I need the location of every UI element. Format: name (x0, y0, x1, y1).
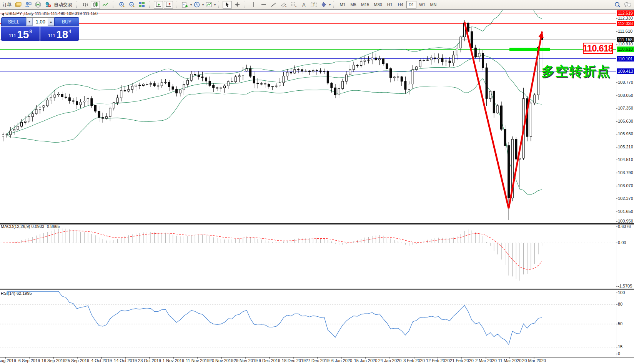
date-label: 12 Feb 2020 (426, 358, 450, 363)
annotations-layer (464, 22, 550, 208)
chart-shift-icon[interactable] (164, 1, 173, 9)
price-axis-badge: 112.038 (617, 21, 634, 26)
templates-dropdown-caret[interactable]: ▾ (214, 3, 216, 7)
equidistant-channel-tool-icon[interactable]: E (279, 1, 288, 9)
timeframe-d1[interactable]: D1 (406, 1, 416, 8)
templates-icon[interactable] (204, 1, 213, 9)
panel-collapse-arrow[interactable] (2, 13, 4, 16)
periods-dropdown-caret[interactable]: ▾ (202, 3, 204, 7)
price-axis-badge: 110.101 (617, 56, 634, 61)
zoom-in-icon[interactable] (117, 1, 126, 9)
macd-indicator-label: MACD(12,26,9) 0.0933 -0.8665 (1, 224, 60, 229)
sell-price-small: 111 (8, 33, 16, 38)
timeframe-m5[interactable]: M5 (348, 1, 358, 8)
auto-scroll-icon[interactable] (154, 1, 163, 9)
macd-axis-label: -1.5705 (618, 284, 632, 288)
buy-button[interactable]: BUY (54, 17, 79, 26)
buy-price[interactable]: 111 18 4 (40, 27, 79, 41)
price-axis-label: 100.950 (618, 219, 633, 223)
macd-pane (0, 228, 616, 280)
toolbar-separator (175, 2, 177, 8)
sell-button[interactable]: SELL (1, 17, 26, 26)
turning-point-annotation: 多空转折点 (541, 63, 611, 80)
signals-icon[interactable] (33, 1, 43, 9)
bollinger-bands (7, 0, 542, 194)
zoom-out-icon[interactable] (127, 1, 136, 9)
price-axis-label: 105.930 (618, 131, 633, 136)
date-label: 4 Oct 2019 (91, 358, 112, 363)
crosshair-tool-icon[interactable] (233, 1, 242, 9)
price-chart[interactable] (0, 0, 634, 364)
price-axis-label: 108.770 (618, 80, 633, 85)
timeframe-m1[interactable]: M1 (338, 1, 348, 8)
text-label-tool-icon[interactable]: T (309, 1, 318, 9)
chart-title: USDJPY-,Daily 111.315 111.490 109.319 11… (5, 11, 98, 16)
price-axis-label: 104.510 (618, 157, 633, 162)
cursor-tool-icon[interactable] (223, 1, 232, 9)
horizontal-line-tool-icon[interactable] (259, 1, 268, 9)
price-axis-label: 103.070 (618, 183, 633, 188)
date-label: 2 Mar 2020 (475, 358, 497, 363)
fibonacci-tool-icon[interactable]: F (289, 1, 298, 9)
price-axis-label: 105.210 (618, 145, 633, 149)
auto-trading-button[interactable]: 自动交易 (54, 2, 72, 8)
price-axis-label: 103.790 (618, 170, 633, 175)
svg-text:A: A (302, 2, 306, 8)
chat-icon[interactable] (623, 1, 632, 9)
svg-text:E: E (285, 5, 287, 8)
timeframe-m30[interactable]: M30 (372, 1, 384, 8)
new-order-button[interactable]: 订单 (2, 2, 12, 8)
date-label: 18 Dec 2019 (282, 358, 306, 363)
sell-price-big: 15 (17, 30, 29, 40)
market-watch-icon[interactable] (13, 1, 23, 9)
tile-windows-icon[interactable] (137, 1, 146, 9)
arrows-dropdown-caret[interactable]: ▾ (329, 3, 331, 7)
auto-trading-icon[interactable] (43, 1, 53, 9)
date-label: 20 Nov 2019 (210, 358, 233, 363)
price-axis-badge: 111.158 (617, 37, 634, 42)
price-axis-badge: 112.619 (617, 10, 634, 16)
buy-price-sup: 4 (68, 28, 71, 34)
price-callout-110618[interactable]: 110.618 (583, 43, 613, 54)
periods-icon[interactable] (192, 1, 201, 9)
price-axis-badge: 109.413 (617, 68, 634, 74)
indicators-icon[interactable] (180, 1, 190, 9)
date-label: 27 Dec 2019 (306, 358, 329, 363)
timeframe-switcher: M1M5M15M30H1H4D1W1MN (336, 0, 440, 10)
toolbar-separator (218, 2, 220, 8)
volume-input[interactable]: 1.00 (33, 18, 48, 26)
accounts-icon[interactable] (23, 1, 33, 9)
price-axis-label: 108.050 (618, 93, 633, 98)
toolbar-separator (112, 2, 114, 8)
search-icon[interactable] (613, 1, 622, 9)
buy-price-small: 111 (48, 33, 55, 38)
sell-price-sup: 8 (29, 28, 32, 34)
timeframe-mn[interactable]: MN (428, 1, 438, 8)
trendline-tool-icon[interactable] (269, 1, 278, 9)
toolbar-separator (244, 2, 246, 8)
line-chart-mode-icon[interactable] (101, 1, 110, 9)
volume-decrease-button[interactable]: ▼ (26, 18, 33, 26)
rsi-axis-label: 50 (618, 321, 622, 326)
price-axis-label: 106.630 (618, 119, 633, 123)
date-label: 16 Sep 2019 (42, 358, 65, 363)
date-label: 6 Jan 2020 (331, 358, 352, 363)
candlestick-mode-icon[interactable] (91, 1, 100, 9)
timeframe-h4[interactable]: H4 (396, 1, 406, 8)
sell-price[interactable]: 111 15 8 (1, 27, 40, 41)
date-label: 3 Feb 2020 (403, 358, 425, 363)
text-tool-icon[interactable]: A (299, 1, 308, 9)
volume-increase-button[interactable]: ▲ (48, 18, 54, 26)
arrows-tool-icon[interactable] (319, 1, 328, 9)
vertical-line-tool-icon[interactable] (249, 1, 258, 9)
timeframe-m15[interactable]: M15 (359, 1, 371, 8)
date-label: 9 Dec 2019 (259, 358, 280, 363)
timeframe-h1[interactable]: H1 (385, 1, 395, 8)
indicators-dropdown-caret[interactable]: ▾ (190, 3, 192, 7)
date-label: 14 Oct 2019 (114, 358, 137, 363)
toolbar-separator (333, 2, 334, 8)
bar-chart-mode-icon[interactable] (81, 1, 90, 9)
date-label: 21 Feb 2020 (450, 358, 474, 363)
timeframe-w1[interactable]: W1 (417, 1, 428, 8)
price-axis-label: 101.650 (618, 209, 633, 214)
